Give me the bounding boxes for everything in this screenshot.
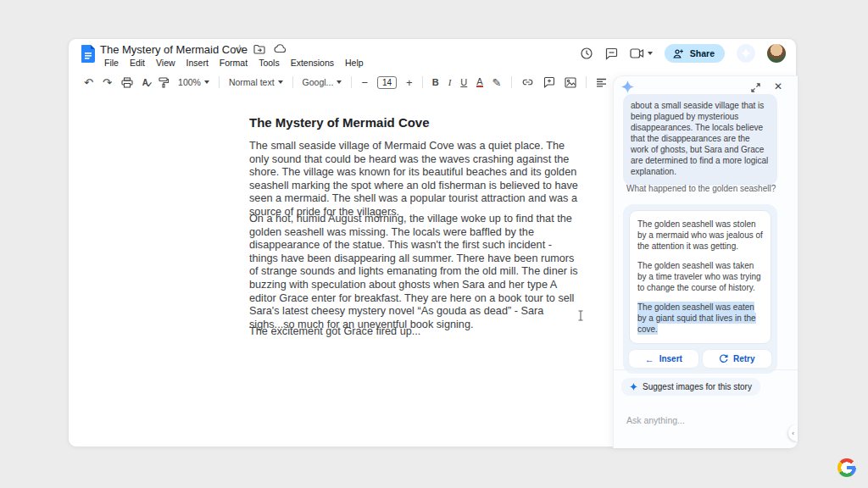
gemini-response-card: The golden seashell was stolen by a merm… (629, 210, 771, 344)
highlight-color-button[interactable]: ✎ (492, 77, 502, 88)
version-history-icon[interactable] (580, 47, 593, 60)
sparkle-icon (630, 383, 637, 391)
menu-view[interactable]: View (151, 57, 181, 69)
response-option-2[interactable]: The golden seashell was taken by a time … (637, 260, 763, 293)
google-logo (837, 458, 856, 477)
insert-button[interactable]: ← Insert (629, 350, 698, 368)
doc-paragraph[interactable]: On a hot, humid August morning, the vill… (249, 213, 581, 331)
doc-heading[interactable]: The Mystery of Mermaid Cove (249, 115, 430, 130)
redo-button[interactable]: ↷ (103, 77, 112, 88)
document-title[interactable]: The Mystery of Mermaid Cove (100, 43, 248, 56)
collapse-panel-handle[interactable]: ‹ (788, 424, 798, 441)
user-prompt-text: What happened to the golden seashell? (626, 184, 779, 193)
decrease-font-size-button[interactable]: − (361, 77, 368, 88)
formatting-toolbar: ↶ ↷ A✓ 100% Normal text G (84, 73, 608, 92)
menu-edit[interactable]: Edit (125, 57, 150, 69)
italic-button[interactable]: I (448, 77, 452, 87)
menu-format[interactable]: Format (214, 57, 253, 69)
menu-tools[interactable]: Tools (253, 57, 285, 69)
move-folder-icon[interactable] (253, 44, 265, 54)
text-cursor (577, 310, 584, 321)
share-label: Share (690, 48, 715, 58)
close-panel-icon[interactable]: ✕ (774, 80, 782, 92)
retry-icon (719, 354, 728, 363)
underline-button[interactable]: U (460, 77, 467, 87)
paint-format-button[interactable] (158, 77, 169, 88)
font-select[interactable]: Googl... (303, 77, 342, 87)
response-option-1[interactable]: The golden seashell was stolen by a merm… (637, 219, 763, 252)
chevron-left-icon: ‹ (792, 430, 794, 437)
bold-button[interactable]: B (432, 77, 439, 87)
doc-paragraph[interactable]: The small seaside village of Mermaid Cov… (249, 140, 581, 219)
zoom-select[interactable]: 100% (178, 77, 209, 87)
gemini-response-container: The golden seashell was stolen by a merm… (623, 204, 777, 374)
docs-app-window: The Mystery of Mermaid Cove ☆ File Edit … (68, 38, 797, 447)
menu-file[interactable]: File (99, 57, 124, 69)
doc-paragraph[interactable]: The excitement got Grace fired up... (249, 325, 581, 339)
insert-image-button[interactable] (565, 77, 576, 88)
ask-anything-input[interactable] (626, 415, 771, 425)
gemini-summary-card: about a small seaside village that is be… (623, 94, 777, 186)
gemini-sparkle-icon (621, 80, 634, 93)
comments-icon[interactable] (605, 47, 618, 60)
star-icon[interactable]: ☆ (235, 43, 245, 54)
meet-video-icon[interactable] (630, 48, 653, 58)
cloud-status-icon[interactable] (274, 44, 287, 53)
insert-link-button[interactable] (521, 76, 534, 88)
align-select[interactable] (596, 78, 608, 87)
menu-bar: File Edit View Insert Format Tools Exten… (99, 57, 369, 69)
share-button[interactable]: Share (665, 44, 725, 63)
arrow-left-icon: ← (645, 354, 654, 364)
print-button[interactable] (121, 77, 133, 88)
account-avatar[interactable] (767, 44, 786, 63)
menu-help[interactable]: Help (340, 57, 369, 69)
expand-panel-icon[interactable] (751, 83, 760, 92)
google-docs-icon[interactable] (81, 45, 95, 63)
panel-divider (614, 369, 798, 370)
retry-button[interactable]: Retry (703, 350, 772, 368)
spelling-check-button[interactable]: A✓ (142, 78, 148, 87)
increase-font-size-button[interactable]: + (406, 77, 413, 88)
text-color-button[interactable]: A (476, 77, 482, 87)
response-option-3-selected[interactable]: The golden seashell was eaten by a giant… (637, 302, 763, 335)
undo-button[interactable]: ↶ (84, 77, 93, 88)
gemini-side-panel: ✕ about a small seaside village that is … (613, 75, 798, 448)
menu-insert[interactable]: Insert (181, 57, 214, 69)
gemini-button[interactable] (737, 44, 755, 63)
chevron-down-icon (648, 52, 653, 55)
menu-extensions[interactable]: Extensions (286, 57, 339, 69)
add-comment-button[interactable] (543, 76, 555, 88)
font-size-input[interactable]: 14 (377, 76, 397, 89)
paragraph-style-select[interactable]: Normal text (229, 77, 283, 87)
suggest-images-chip[interactable]: Suggest images for this story (621, 378, 760, 396)
